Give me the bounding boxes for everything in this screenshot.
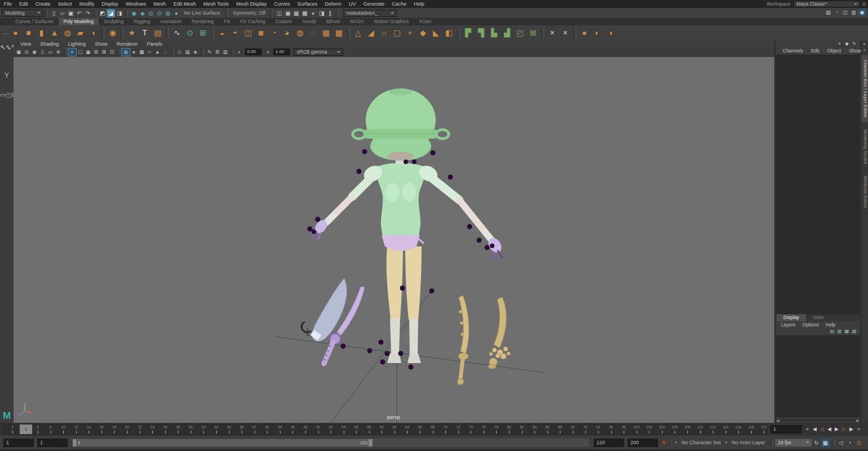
symmetrize-icon[interactable]: × xyxy=(546,26,559,39)
multi-cut-icon[interactable]: ▜ xyxy=(475,26,488,39)
shaded-icon[interactable]: ▢ xyxy=(76,48,84,56)
grease-pencil-icon[interactable]: ✎ xyxy=(205,48,213,56)
animation-end-field[interactable]: 200 xyxy=(628,439,658,447)
boolean-difference-icon[interactable]: ◔ xyxy=(268,26,280,39)
animation-start-field[interactable]: 1 xyxy=(3,439,34,447)
xray-icon[interactable]: ▨ xyxy=(183,48,191,56)
symmetry-dropdown[interactable]: Symmetry: Off xyxy=(230,10,269,16)
menu-select[interactable]: Select xyxy=(54,0,76,8)
anim-prefs-button[interactable]: ▦ xyxy=(821,439,830,447)
wedge-icon[interactable]: ◆ xyxy=(417,26,429,39)
offset-edge-loop-icon[interactable]: ▟ xyxy=(501,26,514,39)
layout-single-pane[interactable]: ▭ xyxy=(0,91,6,98)
select-camera-icon[interactable]: ▣ xyxy=(15,48,23,56)
extrude-icon[interactable]: △ xyxy=(352,26,365,39)
snap-view-plane-icon[interactable]: ◍ xyxy=(164,9,172,17)
type-tool-icon[interactable]: T xyxy=(138,26,151,39)
viewport-canvas[interactable]: persp xyxy=(14,57,774,423)
construction-plane-icon[interactable]: ⊞ xyxy=(196,26,209,39)
current-time-field[interactable]: 1 xyxy=(770,425,802,434)
film-gate2-icon[interactable]: ▥ xyxy=(221,48,229,56)
range-slider-track[interactable]: 1 120 xyxy=(72,438,590,448)
menu-show[interactable]: Show xyxy=(90,41,112,48)
poly-cube-icon[interactable]: ■ xyxy=(22,26,35,39)
layout-switch-icon[interactable]: ▥ xyxy=(849,8,858,17)
save-scene-icon[interactable]: ▣ xyxy=(67,9,75,17)
super-shape-icon[interactable]: ◉ xyxy=(106,26,119,39)
shelf-scroll-icon[interactable]: ⌄⌄ xyxy=(2,30,9,36)
menu-help[interactable]: Help xyxy=(822,321,839,328)
le-tab-display[interactable]: Display xyxy=(777,314,806,321)
focus-icon[interactable]: ⌖ xyxy=(836,41,843,47)
gate-mask-icon[interactable]: ⊡ xyxy=(108,48,116,56)
wireframe-icon[interactable]: ≡ xyxy=(68,48,76,56)
color-management-icon[interactable]: ▤ xyxy=(824,8,832,17)
poly-disc-icon[interactable]: ◖ xyxy=(87,26,100,39)
shelf-tab-fx[interactable]: FX xyxy=(219,18,235,25)
motion-blur-icon[interactable]: ≈ xyxy=(146,48,154,56)
playback-end-field[interactable]: 120 xyxy=(594,439,624,447)
menu-shading[interactable]: Shading xyxy=(36,41,63,48)
grid-toggle-icon[interactable]: ⊞ xyxy=(213,48,221,56)
menu-object[interactable]: Object xyxy=(823,47,845,55)
select-object-icon[interactable]: ◪ xyxy=(107,9,115,17)
new-empty-layer-icon[interactable]: ▦ xyxy=(843,328,851,335)
textured-icon[interactable]: ▣ xyxy=(84,48,92,56)
shelf-tab-fx-caching[interactable]: FX Caching xyxy=(235,18,270,25)
shelf-tab-mash[interactable]: MASH xyxy=(345,18,369,25)
redo-icon[interactable]: ↷ xyxy=(84,9,92,17)
poke-icon[interactable]: + xyxy=(404,26,417,39)
menu-layers[interactable]: Layers xyxy=(778,321,799,328)
render-sequence-icon[interactable]: ▩ xyxy=(300,9,309,17)
joint-tool[interactable]: Y xyxy=(0,69,14,82)
isolate-select-icon[interactable]: ◇ xyxy=(176,48,183,56)
no-live-surface-button[interactable]: No Live Surface xyxy=(181,10,223,16)
boolean-intersection-icon[interactable]: ◕ xyxy=(280,26,293,39)
new-scene-icon[interactable]: ▯ xyxy=(50,9,58,17)
shelf-tab-animation[interactable]: Animation xyxy=(155,18,187,25)
menu-curves[interactable]: Curves xyxy=(270,0,294,8)
go-to-start-button[interactable]: « xyxy=(804,425,811,434)
layout-two-panes[interactable]: ◫ xyxy=(6,91,11,98)
crease-tool-icon[interactable]: ◰ xyxy=(514,26,527,39)
shelf-tab-custom[interactable]: Custom xyxy=(270,18,297,25)
vtab-channel-box-layer-editor[interactable]: Channel Box / Layer Editor xyxy=(861,55,868,123)
new-layer-from-selected-icon[interactable]: ▧ xyxy=(851,328,858,335)
step-back-frame-button[interactable]: ◀ xyxy=(811,425,818,434)
le-tab-anim[interactable]: Anim xyxy=(806,314,830,321)
sculpt-tool-icon[interactable]: ● xyxy=(578,26,591,39)
shelf-tab-bifrost[interactable]: Bifrost xyxy=(321,18,345,25)
film-gate-icon[interactable]: ⊞ xyxy=(92,48,100,56)
vtab-modeling-toolkit[interactable]: Modeling Toolkit xyxy=(861,125,868,170)
lock-camera-icon[interactable]: ◘ xyxy=(23,48,30,56)
poly-sphere-icon[interactable]: ● xyxy=(9,26,22,39)
menu-lighting[interactable]: Lighting xyxy=(63,41,90,48)
layer-list[interactable] xyxy=(776,335,860,417)
retopologize-icon[interactable]: ▩ xyxy=(332,26,345,39)
select-component-icon[interactable]: ◨ xyxy=(115,9,124,17)
menu-edit[interactable]: Edit xyxy=(16,0,32,8)
image-plane-icon[interactable]: ▭ xyxy=(46,48,54,56)
menu-cache[interactable]: Cache xyxy=(388,0,410,8)
extract-icon[interactable]: ◫ xyxy=(242,26,255,39)
menu-set-dropdown[interactable]: Modeling xyxy=(2,9,43,17)
shelf-tab-sculpting[interactable]: Sculpting xyxy=(99,18,129,25)
scroll-left-icon[interactable]: ◀ xyxy=(777,418,779,422)
snap-point-icon[interactable]: ◎ xyxy=(147,9,155,17)
render-view-icon[interactable]: ◫ xyxy=(275,9,283,17)
open-scene-icon[interactable]: ▱ xyxy=(58,9,67,17)
move-layer-up-icon[interactable]: ▤ xyxy=(828,328,836,335)
move-layer-down-icon[interactable]: ▥ xyxy=(836,328,843,335)
chevron-down-icon[interactable]: ▾ xyxy=(674,440,678,445)
shelf-tab-curves-surfaces[interactable]: Curves / Surfaces xyxy=(10,18,59,25)
chevron-down-icon[interactable]: ▾ xyxy=(724,440,729,445)
pose-icon[interactable]: ◔ xyxy=(832,8,841,17)
svg-tool-icon[interactable]: ▤ xyxy=(151,26,164,39)
menu-generate[interactable]: Generate xyxy=(360,0,388,8)
pin-icon[interactable]: ◆ xyxy=(843,41,851,47)
menu-options[interactable]: Options xyxy=(799,321,822,328)
channel-box-list[interactable] xyxy=(776,55,860,314)
character-set-dropdown[interactable]: No Character Set xyxy=(678,440,725,445)
menu-channels[interactable]: Channels xyxy=(779,47,807,55)
exposure-icon[interactable]: ◐ xyxy=(235,48,243,56)
